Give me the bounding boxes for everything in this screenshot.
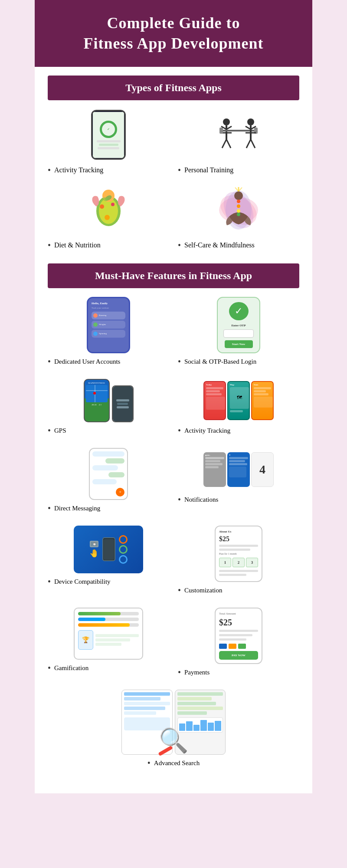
search-img: 🔍 bbox=[121, 690, 226, 755]
messaging-text: Direct Messaging bbox=[54, 505, 100, 512]
feature-search: 🔍 • Advanced Search bbox=[48, 690, 299, 772]
personal-text: Personal Training bbox=[184, 166, 233, 174]
gamification-img: 🏆 bbox=[48, 608, 169, 660]
activity-tracking-label: • Activity Tracking bbox=[178, 426, 230, 436]
notifications-label: • Notifications bbox=[178, 495, 218, 505]
types-heading: Types of Fitness Apps bbox=[125, 82, 222, 93]
weightlifter-icon bbox=[217, 111, 260, 159]
type-item-activity: ✓ • Activity Tracking bbox=[48, 109, 169, 175]
payments-icon: Total Amount $25 PAY NOW bbox=[215, 608, 262, 664]
mindfulness-text: Self-Care & Mindfulness bbox=[184, 241, 255, 249]
svg-point-30 bbox=[237, 200, 240, 203]
feature-device-compat: ⌚ 🤚 bbox=[48, 526, 169, 599]
activity-tracking-img: Today Map 🗺 Stats bbox=[178, 379, 299, 422]
search-label: • Advanced Search bbox=[147, 758, 200, 768]
page-title: Complete Guide toFitness App Development bbox=[43, 13, 304, 54]
gps-img: MAPMYFITNESS 46:24 4.3 bbox=[48, 379, 169, 422]
features-row-1: Hello, Emily Track your workout Running … bbox=[48, 297, 299, 370]
device-compat-label: • Device Compatibility bbox=[48, 577, 111, 587]
customization-icon: About Us $25 Plan for 1 month 1 2 3 bbox=[215, 526, 262, 582]
device-compat-text: Device Compatibility bbox=[54, 578, 111, 585]
messaging-icon: + bbox=[89, 448, 128, 500]
customization-label: • Customization bbox=[178, 585, 223, 595]
gamification-icon: 🏆 bbox=[74, 608, 143, 660]
feature-gamification: 🏆 • Gamification bbox=[48, 608, 169, 681]
svg-point-0 bbox=[223, 118, 230, 125]
activity-tracking-text: Activity Tracking bbox=[184, 427, 230, 434]
otp-img: ✓ Enter OTP Start Now bbox=[178, 297, 299, 353]
device-compat-img: ⌚ 🤚 bbox=[48, 526, 169, 573]
messaging-img: + bbox=[48, 448, 169, 500]
personal-label: • Personal Training bbox=[178, 165, 233, 175]
feature-user-accounts: Hello, Emily Track your workout Running … bbox=[48, 297, 169, 370]
mindfulness-icon-box bbox=[178, 184, 299, 236]
activity-label: • Activity Tracking bbox=[48, 165, 103, 175]
user-accounts-text: Dedicated User Accounts bbox=[54, 358, 120, 365]
device-compat-icon: ⌚ 🤚 bbox=[74, 526, 143, 573]
gamification-text: Gamification bbox=[54, 664, 88, 672]
svg-point-21 bbox=[111, 203, 115, 206]
svg-point-31 bbox=[237, 204, 240, 208]
feature-payments: Total Amount $25 PAY NOW • bbox=[178, 608, 299, 681]
svg-point-29 bbox=[234, 191, 243, 200]
svg-point-8 bbox=[247, 118, 254, 125]
feature-otp: ✓ Enter OTP Start Now • Social & OTP-Bas… bbox=[178, 297, 299, 370]
svg-line-11 bbox=[251, 139, 255, 148]
bullet-personal: • bbox=[178, 165, 181, 175]
phone-activity-icon: ✓ bbox=[91, 110, 126, 160]
search-icon: 🔍 bbox=[121, 690, 226, 755]
personal-icon-box bbox=[178, 109, 299, 161]
gps-icon: MAPMYFITNESS 46:24 4.3 bbox=[84, 379, 134, 422]
otp-text: Social & OTP-Based Login bbox=[184, 358, 256, 365]
otp-label: • Social & OTP-Based Login bbox=[178, 357, 256, 367]
gps-label: • GPS bbox=[48, 426, 66, 436]
type-item-mindfulness: • Self-Care & Mindfulness bbox=[178, 184, 299, 250]
features-row-2: MAPMYFITNESS 46:24 4.3 bbox=[48, 379, 299, 439]
customization-text: Customization bbox=[184, 587, 223, 594]
svg-point-20 bbox=[100, 204, 104, 209]
mindfulness-icon bbox=[216, 186, 262, 234]
activity-tracking-icon: Today Map 🗺 Stats bbox=[203, 381, 274, 420]
user-accounts-label: • Dedicated User Accounts bbox=[48, 357, 120, 367]
bullet-mindfulness: • bbox=[178, 240, 181, 250]
main-content: Types of Fitness Apps ✓ • bbox=[35, 67, 312, 793]
gamification-label: • Gamification bbox=[48, 663, 88, 673]
notifications-icon: gym+ Y 4 bbox=[203, 452, 274, 487]
diet-label: • Diet & Nutrition bbox=[48, 240, 101, 250]
notifications-text: Notifications bbox=[184, 496, 218, 503]
notifications-img: gym+ Y 4 bbox=[178, 448, 299, 491]
user-accounts-icon: Hello, Emily Track your workout Running … bbox=[87, 297, 130, 353]
mindfulness-label: • Self-Care & Mindfulness bbox=[178, 240, 255, 250]
bullet-activity: • bbox=[48, 165, 51, 175]
svg-rect-6 bbox=[219, 128, 223, 134]
features-section-header: Must-Have Features in Fitness App bbox=[48, 263, 299, 288]
features-heading: Must-Have Features in Fitness App bbox=[95, 270, 252, 281]
type-item-personal: • Personal Training bbox=[178, 109, 299, 175]
svg-line-3 bbox=[226, 139, 231, 148]
types-grid: ✓ • Activity Tracking bbox=[48, 109, 299, 250]
feature-gps: MAPMYFITNESS 46:24 4.3 bbox=[48, 379, 169, 439]
features-row-5: 🏆 • Gamification Total Am bbox=[48, 608, 299, 681]
nutrition-icon bbox=[89, 187, 128, 233]
messaging-label: • Direct Messaging bbox=[48, 503, 100, 513]
feature-messaging: + • Direct Messaging bbox=[48, 448, 169, 517]
activity-text: Activity Tracking bbox=[54, 166, 103, 174]
customization-img: About Us $25 Plan for 1 month 1 2 3 bbox=[178, 526, 299, 582]
activity-icon-box: ✓ bbox=[48, 109, 169, 161]
features-row-3: + • Direct Messaging gym+ bbox=[48, 448, 299, 517]
svg-point-33 bbox=[237, 213, 240, 216]
svg-point-22 bbox=[105, 215, 110, 220]
gps-text: GPS bbox=[54, 427, 66, 434]
svg-point-32 bbox=[237, 209, 240, 213]
types-section-header: Types of Fitness Apps bbox=[48, 76, 299, 100]
payments-img: Total Amount $25 PAY NOW bbox=[178, 608, 299, 664]
diet-text: Diet & Nutrition bbox=[54, 241, 101, 249]
bullet-diet: • bbox=[48, 240, 51, 250]
payments-label: • Payments bbox=[178, 667, 210, 677]
feature-customization: About Us $25 Plan for 1 month 1 2 3 • C bbox=[178, 526, 299, 599]
otp-login-icon: ✓ Enter OTP Start Now bbox=[217, 297, 260, 353]
diet-icon-box bbox=[48, 184, 169, 236]
payments-text: Payments bbox=[184, 669, 210, 676]
type-item-diet: • Diet & Nutrition bbox=[48, 184, 169, 250]
feature-activity-tracking: Today Map 🗺 Stats bbox=[178, 379, 299, 439]
